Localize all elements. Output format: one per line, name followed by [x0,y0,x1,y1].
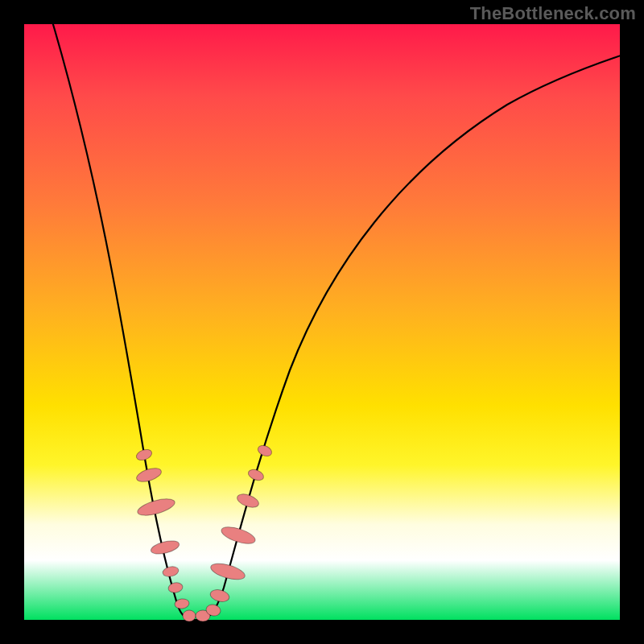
bead [167,582,184,594]
bead [256,444,273,458]
bead [220,524,258,547]
bead [162,565,180,578]
bottleneck-curve [24,24,620,620]
bead [150,539,180,556]
bead [135,448,154,462]
bead-group [135,444,274,621]
bead [183,610,196,621]
chart-plot-area [24,24,620,620]
bead [246,468,265,483]
bead [209,588,231,603]
curve-left-branch [48,8,197,620]
watermark-text: TheBottleneck.com [470,3,636,24]
bead [209,560,247,583]
curve-right-branch [197,55,623,620]
bead [235,492,260,510]
